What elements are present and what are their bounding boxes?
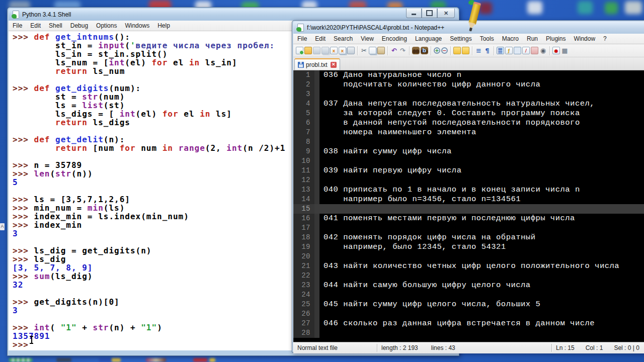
editor-line: 17 (293, 223, 644, 233)
fold-margin (314, 99, 319, 109)
folder-workspace-icon[interactable] (531, 47, 538, 54)
line-text: 037 Дана непустая последовательность нат… (319, 99, 644, 109)
editor-line: 21043 найти количество четных цифр целог… (293, 261, 644, 271)
replace-icon[interactable]: b (421, 47, 428, 54)
line-number: 14 (293, 195, 314, 204)
line-text: например, было 12345, стало 54321 (319, 242, 644, 252)
toolbar-separator (549, 46, 550, 55)
line-number: 18 (293, 233, 314, 242)
line-number: 19 (293, 242, 314, 252)
toolbar-separator (431, 46, 431, 55)
npp-menu-item-macro[interactable]: Macro (498, 34, 523, 44)
line-text (319, 137, 644, 147)
maximize-button[interactable] (422, 9, 437, 18)
sync-vertical-icon[interactable] (453, 47, 461, 54)
save-all-icon[interactable] (321, 47, 329, 54)
fold-margin (314, 128, 319, 137)
line-text (319, 252, 644, 261)
npp-menubar: FileEditSearchViewEncodingLanguageSettin… (293, 34, 644, 44)
shell-menu-item-edit[interactable]: Edit (26, 21, 45, 31)
npp-menu-item-edit[interactable]: Edit (311, 34, 330, 44)
zoom-in-icon[interactable]: + (434, 47, 440, 54)
desktop-icon-blob (209, 358, 215, 362)
function-list-icon[interactable]: ƒ (505, 47, 513, 54)
minimize-button[interactable] (406, 9, 422, 18)
show-all-chars-icon[interactable]: ¶ (484, 47, 491, 54)
indent-guide-icon[interactable]: ≣ (497, 47, 504, 54)
shell-menu-item-help[interactable]: Help (153, 21, 174, 31)
npp-menu-item-file[interactable]: File (293, 34, 311, 44)
redo-icon[interactable]: ↷ (399, 47, 407, 54)
npp-menu-item-tools[interactable]: Tools (476, 34, 498, 44)
line-text (319, 290, 644, 300)
line-number: 23 (293, 281, 314, 290)
editor-line: 11039 найти первую цифру числа (293, 166, 644, 175)
line-number: 8 (293, 137, 314, 147)
shell-menu-item-shell[interactable]: Shell (45, 21, 66, 31)
fold-margin (314, 70, 319, 80)
shell-titlebar[interactable]: Python 3.4.1 Shell ✕ (9, 9, 458, 21)
shell-menu-item-debug[interactable]: Debug (66, 21, 92, 31)
desktop-icon-blob (527, 1, 542, 14)
new-file-icon[interactable] (296, 47, 303, 54)
document-map-icon[interactable] (514, 47, 521, 54)
editor-line: 26 (293, 309, 644, 319)
npp-menu-item-run[interactable]: Run (523, 34, 542, 44)
close-file-icon[interactable]: x (330, 47, 338, 54)
shell-menu-item-windows[interactable]: Windows (121, 21, 153, 31)
undo-icon[interactable]: ↶ (390, 47, 398, 54)
fold-margin (314, 281, 319, 290)
line-text: 045 найти сумму цифр целого числа, больш… (319, 300, 644, 309)
line-text (319, 89, 644, 99)
open-file-icon[interactable] (304, 47, 312, 54)
npp-menu-item-language[interactable]: Language (411, 34, 446, 44)
line-text: 043 найти количество четных цифр целого … (319, 261, 644, 271)
npp-menu-item-window[interactable]: Window (570, 34, 599, 44)
sync-horizontal-icon[interactable] (462, 47, 469, 54)
shell-menu-item-file[interactable]: File (9, 21, 26, 31)
editor-line: 4037 Дана непустая последовательность на… (293, 99, 644, 109)
shell-window-title: Python 3.4.1 Shell (22, 11, 71, 18)
line-text: 040 приписать по 1 в начало и в конец за… (319, 185, 644, 195)
close-all-icon[interactable]: x (339, 47, 346, 54)
fold-margin (314, 118, 319, 128)
line-text: 044 найти самую большую цифру целого чис… (319, 281, 644, 290)
npp-menu-item-plugins[interactable]: Plugins (542, 34, 570, 44)
npp-menu-item-encoding[interactable]: Encoding (378, 34, 411, 44)
line-number: 20 (293, 252, 314, 261)
doc-switcher-icon[interactable]: / (522, 47, 530, 54)
paste-icon[interactable] (377, 47, 385, 54)
print-icon[interactable] (347, 47, 355, 54)
close-button[interactable]: ✕ (437, 9, 455, 18)
npp-menu-item-view[interactable]: View (357, 34, 378, 44)
npp-menu-item-help[interactable]: ? (599, 34, 611, 44)
save-icon[interactable] (313, 47, 320, 54)
copy-icon[interactable] (369, 47, 376, 54)
desktop-icon-blob (56, 358, 71, 362)
npp-menu-item-search[interactable]: Search (330, 34, 357, 44)
status-lines: lines : 43 (431, 344, 455, 351)
npp-editor-area[interactable]: 1036 Дано натуральное число n2 подсчитат… (293, 70, 644, 342)
npp-menu-item-settings[interactable]: Settings (446, 34, 475, 44)
zoom-out-icon[interactable]: − (441, 47, 448, 54)
fold-margin (314, 175, 319, 185)
fold-margin (314, 290, 319, 300)
stop-macro-icon[interactable]: ■ (561, 47, 569, 54)
line-text (319, 328, 644, 338)
line-text: за которой следует 0. Составить программ… (319, 109, 644, 118)
line-text (319, 223, 644, 233)
monitoring-icon[interactable]: ◉ (539, 47, 547, 54)
fold-margin (314, 109, 319, 118)
editor-line: 9038 найти сумму цифр числа (293, 147, 644, 156)
editor-line: 16041 поменять местами первую и последню… (293, 214, 644, 223)
cut-icon[interactable]: ✂ (360, 47, 368, 54)
record-macro-icon[interactable]: ● (552, 47, 560, 54)
word-wrap-icon[interactable]: ≡ (475, 47, 482, 54)
tab-close-icon[interactable]: ✕ (331, 62, 337, 68)
shell-menu-item-options[interactable]: Options (92, 21, 121, 31)
editor-line: 15 (293, 204, 644, 214)
line-text (319, 309, 644, 319)
find-icon[interactable] (412, 47, 420, 54)
tab-probl-txt[interactable]: probl.txt ✕ (294, 58, 340, 70)
fold-margin (314, 319, 319, 328)
